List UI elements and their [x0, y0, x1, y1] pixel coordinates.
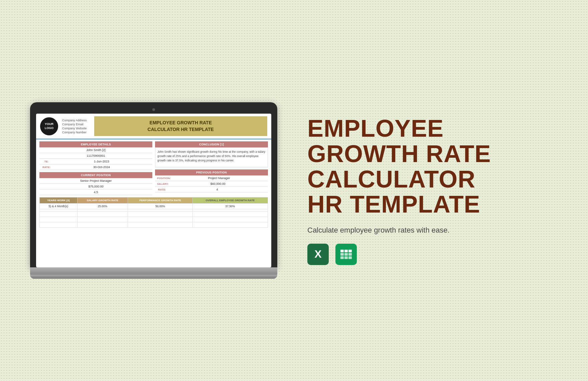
- sheet-body: EMPLOYEE DETAILS John Smith [2] 11170900…: [36, 139, 271, 230]
- employee-date-row: TE: 1-Jun-2023: [39, 159, 152, 164]
- laptop-screen: YOUR LOGO Company Address Company Email …: [36, 114, 271, 267]
- conclusion-header: CONCLUSION [1]: [155, 141, 268, 147]
- table-row: 5) & 4 Month(s) 25.00% 50.00% 37.50%: [40, 204, 268, 209]
- performance-header: PERFORMANCE GROWTH RATE: [128, 198, 193, 204]
- table-row: [40, 222, 268, 228]
- laptop-screen-outer: YOUR LOGO Company Address Company Email …: [30, 102, 277, 267]
- spreadsheet-title: EMPLOYEE GROWTH RATE CALCULATOR HR TEMPL…: [148, 120, 214, 133]
- employee-id-row: 11170900001: [39, 153, 152, 159]
- company-website: Company Website: [62, 127, 87, 130]
- prev-position-row: POSITION: Project Manager: [155, 175, 268, 181]
- laptop-wrapper: YOUR LOGO Company Address Company Email …: [27, 102, 281, 279]
- prev-salary-row: SALARY: $60,000.00: [155, 181, 268, 187]
- right-tables: CONCLUSION [1] John Smith has shown sign…: [155, 141, 268, 195]
- company-email: Company Email: [62, 123, 87, 126]
- perf-cell-1: 50.00%: [128, 204, 193, 209]
- right-content: EMPLOYEE GROWTH RATE CALCULATOR HR TEMPL…: [281, 116, 561, 265]
- company-logo: YOUR LOGO: [40, 117, 58, 135]
- laptop: YOUR LOGO Company Address Company Email …: [30, 102, 277, 279]
- salary-growth-header: SALARY GROWTH RATE: [77, 198, 128, 204]
- years-cell-1: 5) & 4 Month(s): [40, 204, 78, 209]
- laptop-camera: [152, 108, 155, 111]
- employee-name-row: John Smith [2]: [39, 147, 152, 153]
- current-position-header: CURRENT POSITION: [39, 172, 152, 178]
- prev-rate-row: RATE: 4: [155, 187, 268, 193]
- table-row: [40, 209, 268, 212]
- table-row: [40, 212, 268, 217]
- current-rating-row: 4.5: [39, 189, 152, 195]
- current-title-row: Senior Project Manager: [39, 178, 152, 184]
- bottom-table: YEARS WORK [3] SALARY GROWTH RATE PERFOR…: [39, 197, 268, 228]
- conclusion-text: John Smith has shown significant growth …: [155, 147, 268, 167]
- laptop-base: [30, 267, 277, 275]
- subtitle: Calculate employee growth rates with eas…: [307, 225, 561, 236]
- salary-cell-1: 25.00%: [77, 204, 128, 209]
- title-banner: EMPLOYEE GROWTH RATE CALCULATOR HR TEMPL…: [94, 116, 267, 136]
- current-salary-row: $75,000.00: [39, 184, 152, 189]
- main-title: EMPLOYEE GROWTH RATE CALCULATOR HR TEMPL…: [307, 116, 561, 217]
- laptop-foot: [30, 275, 277, 279]
- table-row: [40, 217, 268, 222]
- employee-rate-row: RATE: 30-Oct-2024: [39, 164, 152, 170]
- overall-cell-1: 37.50%: [193, 204, 268, 209]
- left-tables: EMPLOYEE DETAILS John Smith [2] 11170900…: [39, 141, 152, 195]
- previous-position-header: PREVIOUS POSITION: [155, 169, 268, 175]
- employee-details-header: EMPLOYEE DETAILS: [39, 141, 152, 147]
- overall-header: OVERALL EMPLOYEE GROWTH RATE: [193, 198, 268, 204]
- sheets-icon: [335, 244, 357, 265]
- company-address: Company Address: [62, 119, 87, 122]
- main-tables-row: EMPLOYEE DETAILS John Smith [2] 11170900…: [39, 141, 268, 195]
- years-header: YEARS WORK [3]: [40, 198, 78, 204]
- sheets-grid: [340, 250, 352, 259]
- icons-row: [307, 244, 561, 265]
- company-info: Company Address Company Email Company We…: [62, 119, 87, 134]
- sheet-header: YOUR LOGO Company Address Company Email …: [36, 114, 271, 139]
- spreadsheet: YOUR LOGO Company Address Company Email …: [36, 114, 271, 267]
- company-number: Company Number: [62, 131, 87, 134]
- excel-icon: [307, 244, 329, 265]
